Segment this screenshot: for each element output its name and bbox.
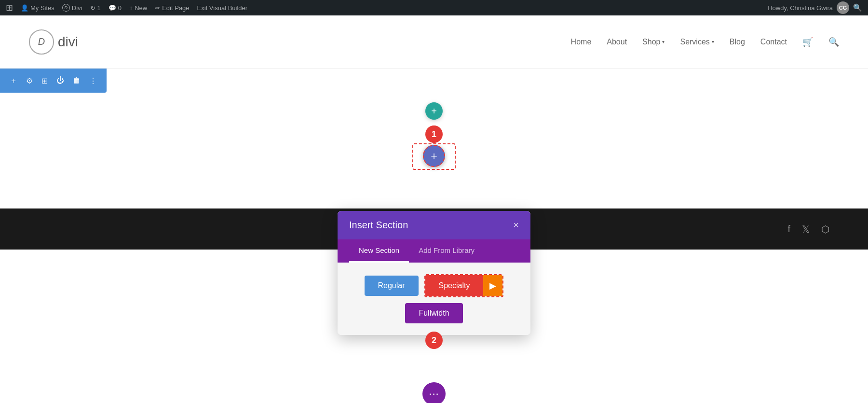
shop-chevron-icon: ▾ [662, 39, 665, 44]
layout-icon: ⊞ [41, 76, 48, 85]
dashed-add-button[interactable]: ＋ [423, 145, 445, 167]
specialty-wrapper: Specialty ▶ [424, 274, 504, 297]
specialty-arrow-icon: ▶ [489, 280, 496, 291]
footer-social: f 𝕏 ⬡ [787, 223, 829, 235]
cart-icon[interactable]: 🛒 [802, 37, 813, 47]
updates-link[interactable]: ↻ 1 [90, 4, 101, 12]
edit-icon: ✏ [155, 4, 160, 12]
layout-button[interactable]: ⊞ [40, 74, 50, 87]
modal-header: Insert Section × [338, 211, 530, 239]
fullwidth-section-button[interactable]: Fullwidth [405, 303, 462, 323]
settings-button[interactable]: ⚙ [24, 74, 35, 87]
modal-tabs: New Section Add From Library [338, 239, 530, 263]
power-icon: ⏻ [56, 76, 64, 85]
logo-text: divi [58, 34, 78, 50]
insert-section-modal: Insert Section × New Section Add From Li… [338, 211, 530, 335]
edit-page-link[interactable]: ✏ Edit Page [155, 4, 189, 12]
gear-icon: ⚙ [26, 76, 33, 85]
avatar[interactable]: CG [837, 1, 849, 14]
updates-icon: ↻ [90, 4, 95, 12]
divi-logo-icon: D [62, 4, 70, 12]
user-greeting: Howdy, Christina Gwira [768, 4, 833, 12]
badge-two: 2 [425, 332, 443, 349]
regular-section-button[interactable]: Regular [365, 276, 419, 296]
comments-icon: 💬 [108, 4, 116, 12]
more-options-button[interactable]: ⋮ [87, 74, 99, 87]
logo-circle: D [29, 29, 54, 55]
exit-visual-builder-link[interactable]: Exit Visual Builder [197, 4, 248, 12]
site-nav: Home About Shop ▾ Services ▾ Blog Contac… [571, 37, 839, 47]
dots-more-icon: ··· [429, 388, 439, 400]
bottom-add-button[interactable]: ··· [422, 382, 446, 403]
green-plus-icon: + [431, 106, 437, 117]
nav-blog[interactable]: Blog [730, 38, 745, 46]
admin-bar: ⊞ 👤 My Sites D Divi ↻ 1 💬 0 + New ✏ Edit… [0, 0, 868, 15]
specialty-section-button[interactable]: Specialty [425, 275, 484, 296]
my-sites-link[interactable]: 👤 My Sites [21, 4, 54, 12]
wp-icon-link[interactable]: ⊞ [6, 2, 13, 13]
site-header: D divi Home About Shop ▾ Services ▾ Blog… [0, 15, 868, 69]
nav-about[interactable]: About [607, 38, 627, 46]
site-logo[interactable]: D divi [29, 29, 78, 55]
tab-new-section[interactable]: New Section [349, 239, 409, 263]
new-link[interactable]: + New [129, 4, 147, 12]
nav-search-icon[interactable]: 🔍 [828, 37, 839, 47]
instagram-icon[interactable]: ⬡ [821, 223, 829, 235]
admin-bar-right: Howdy, Christina Gwira CG 🔍 [768, 1, 862, 14]
delete-button[interactable]: 🗑 [71, 74, 82, 87]
trash-icon: 🗑 [73, 76, 81, 85]
add-section-button[interactable]: ＋ [8, 74, 19, 88]
nav-home[interactable]: Home [571, 38, 592, 46]
nav-contact[interactable]: Contact [760, 38, 787, 46]
my-sites-icon: 👤 [21, 4, 28, 12]
toggle-button[interactable]: ⏻ [54, 74, 66, 87]
nav-shop[interactable]: Shop ▾ [642, 38, 665, 46]
tab-add-from-library[interactable]: Add From Library [409, 239, 484, 263]
admin-search-icon[interactable]: 🔍 [853, 3, 862, 12]
modal-body: Regular Specialty ▶ Fullwidth [338, 263, 530, 335]
main-content: + 1 ＋ Designed by Elegant Themes | Power… [0, 69, 868, 358]
dots-icon: ⋮ [89, 76, 97, 85]
green-add-button[interactable]: + [425, 102, 443, 120]
wp-icon: ⊞ [6, 2, 13, 13]
facebook-icon[interactable]: f [787, 223, 790, 235]
dashed-plus-icon: ＋ [429, 149, 439, 163]
add-icon: ＋ [10, 76, 17, 86]
builder-toolbar: ＋ ⚙ ⊞ ⏻ 🗑 ⋮ [0, 69, 107, 93]
modal-close-button[interactable]: × [513, 220, 519, 231]
badge-one: 1 [425, 125, 443, 143]
comments-link[interactable]: 💬 0 [108, 4, 122, 12]
twitter-icon[interactable]: 𝕏 [802, 223, 810, 235]
modal-title: Insert Section [349, 220, 408, 231]
divi-link[interactable]: D Divi [62, 4, 82, 12]
specialty-icon-button[interactable]: ▶ [483, 275, 502, 296]
nav-services[interactable]: Services ▾ [680, 38, 714, 46]
services-chevron-icon: ▾ [712, 39, 714, 44]
